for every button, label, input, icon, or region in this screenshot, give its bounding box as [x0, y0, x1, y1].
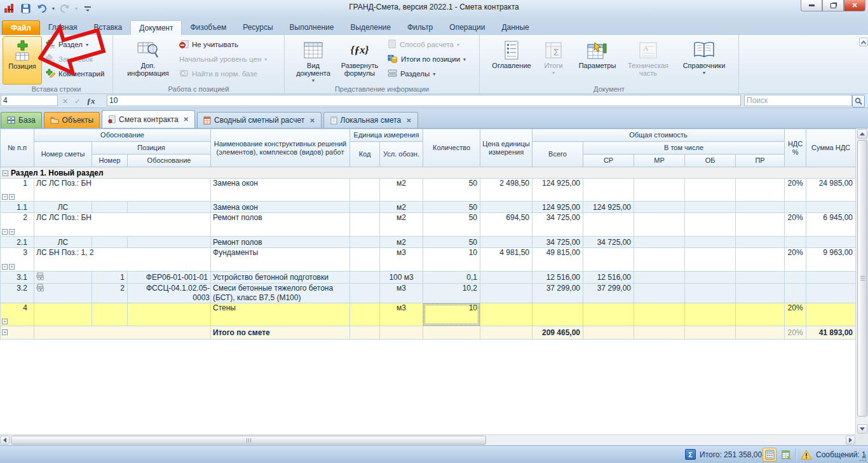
cell-usl[interactable]: м2 [380, 237, 423, 248]
table-row[interactable]: 1.1 ЛС Замена окон м2 50 124 925,00 124 … [1, 202, 856, 213]
expand-row-icon[interactable]: + [9, 264, 15, 270]
table-row[interactable]: 3.1 1 ФЕР06-01-001-01 Устройство бетонно… [1, 272, 856, 284]
table-row[interactable]: 1 −+ ЛС ЛС Поз.: БН Замена окон м2 50 2 … [1, 179, 856, 202]
resize-grip[interactable] [859, 454, 867, 462]
cell-total[interactable]: 12 516,00 [532, 272, 583, 284]
formula-input[interactable] [107, 95, 741, 106]
cell-usl[interactable]: м2 [380, 202, 423, 213]
cell-qty[interactable]: 50 [423, 213, 480, 237]
cell-qty[interactable]: 50 [423, 237, 480, 248]
cell-total[interactable]: 34 725,00 [532, 237, 583, 248]
tab-glavnaya[interactable]: Главная [40, 20, 86, 35]
cell-num[interactable]: 3.2 [1, 284, 34, 303]
cell-usl[interactable]: м3 [380, 248, 423, 272]
razdel-button[interactable]: Раздел ▾ [46, 39, 88, 50]
vertical-scroll-thumb[interactable] [857, 140, 867, 417]
cell-sr[interactable]: 12 516,00 [583, 272, 634, 284]
calculator-toggle-button[interactable] [763, 448, 776, 462]
razvernut-formuly-button[interactable]: {ƒx} Развернуть формулы [337, 36, 383, 85]
kommentariy-button[interactable]: Комментарий [46, 68, 104, 79]
cell-usl[interactable]: м2 [380, 179, 423, 202]
cell-total[interactable]: 34 725,00 [532, 213, 583, 237]
table-row[interactable]: 3.2 2 ФССЦ-04.1.02.05-0003 Смеси бетонны… [1, 284, 856, 303]
resource-sheet-button[interactable] [779, 448, 793, 462]
cell-snds[interactable]: 9 963,00 [806, 248, 855, 272]
cell-nds[interactable]: 20% [785, 213, 806, 237]
expand-row-icon[interactable]: + [9, 194, 15, 200]
table-row[interactable]: 2 −+ ЛС ЛС Поз.: БН Ремонт полов м2 50 6… [1, 213, 856, 237]
status-messages[interactable]: Сообщений: 1 [816, 450, 866, 459]
scroll-up-button[interactable] [857, 129, 867, 139]
cell-qty[interactable]: 10,2 [423, 284, 480, 303]
cell-num[interactable]: 1.1 [1, 202, 34, 213]
collapse-section-icon[interactable]: − [3, 170, 8, 176]
cell-name[interactable]: Ремонт полов [211, 237, 350, 248]
parametry-button[interactable]: Параметры [576, 36, 618, 85]
cell-num[interactable]: 4 + [1, 303, 34, 326]
close-button[interactable]: ✕ [844, 0, 865, 11]
collapse-row-icon[interactable]: − [2, 264, 8, 270]
cell-smeta[interactable] [34, 284, 92, 303]
spravochniki-button[interactable]: Справочники ▾ [678, 36, 730, 85]
cell-num[interactable]: 3.1 [1, 272, 34, 284]
cell-total[interactable]: 37 299,00 [532, 284, 583, 303]
tab-vypolnenie[interactable]: Выполнение [281, 20, 342, 35]
cell-qty[interactable]: 10 [423, 248, 480, 272]
tab-vydelenie[interactable]: Выделение [342, 20, 399, 35]
cell-usl[interactable]: м3 [380, 284, 423, 303]
vertical-scrollbar[interactable] [855, 128, 868, 434]
itogi-po-pozicii-button[interactable]: Итоги по позиции ▾ [388, 53, 466, 65]
cell-snds[interactable]: 24 985,00 [806, 179, 855, 202]
cell-sr[interactable]: 34 725,00 [583, 237, 634, 248]
tab-smeta-kontrakta[interactable]: Смета контракта ✕ [102, 110, 195, 128]
cell-price[interactable]: 2 498,50 [480, 179, 532, 202]
cell-obosn[interactable]: ЛС ЛС Поз.: БН [34, 213, 211, 237]
tab-dokument[interactable]: Документ [130, 20, 182, 35]
cell-nds[interactable]: 20% [785, 179, 806, 202]
cell-name[interactable]: Устройство бетонной подготовки [211, 272, 350, 284]
expand-row-icon[interactable]: + [9, 229, 15, 235]
tab-fizobem[interactable]: Физобъем [182, 20, 234, 35]
tab-filtr[interactable]: Фильтр [399, 20, 441, 35]
warning-icon[interactable] [799, 448, 813, 462]
cell-price[interactable]: 694,50 [480, 213, 532, 237]
restore-button[interactable] [822, 0, 844, 11]
cell-pos-obosn[interactable]: ФССЦ-04.1.02.05-0003 [128, 284, 211, 303]
expand-row-icon[interactable]: + [2, 319, 8, 324]
ne-uchityvat-button[interactable]: Не учитывать [179, 39, 238, 50]
cell-name[interactable]: Замена окон [211, 202, 350, 213]
cell-qty[interactable]: 50 [423, 202, 480, 213]
cell-name[interactable]: Фундаменты [211, 248, 350, 272]
tab-file[interactable]: Файл [2, 20, 40, 35]
tab-vstavka[interactable]: Вставка [86, 20, 131, 35]
cell-smeta[interactable] [34, 272, 92, 284]
cell-qty[interactable]: 50 [423, 179, 480, 202]
cell-usl[interactable]: м2 [380, 213, 423, 237]
tab-svodny-raschet-close-icon[interactable]: ✕ [309, 117, 315, 124]
tab-svodny-raschet[interactable]: Сводный сметный расчет ✕ [197, 112, 322, 128]
cell-name[interactable]: Ремонт полов [211, 213, 350, 237]
cell-pos-obosn[interactable]: ФЕР06-01-001-01 [128, 272, 211, 284]
minimize-button[interactable] [801, 0, 822, 11]
tab-obekty[interactable]: Объекты [44, 112, 100, 128]
cell-pos-num[interactable]: 2 [92, 284, 128, 303]
dop-info-button[interactable]: Доп. информация [125, 36, 172, 85]
section-row[interactable]: −Раздел 1. Новый раздел [1, 167, 856, 179]
tab-resursy[interactable]: Ресурсы [234, 20, 281, 35]
expand-row-icon[interactable]: + [2, 329, 8, 335]
tab-smeta-kontrakta-close-icon[interactable]: ✕ [184, 116, 189, 123]
search-button[interactable] [852, 95, 865, 107]
table-row-new[interactable]: 4 + Стены м3 10 20% [1, 303, 856, 326]
cell-price[interactable]: 4 981,50 [480, 248, 532, 272]
tab-baza[interactable]: База [1, 112, 42, 128]
table-row[interactable]: 3 −+ ЛС БН Поз.: 1, 2 Фундаменты м3 10 4… [1, 248, 856, 272]
cell-num[interactable]: 2.1 [1, 237, 34, 248]
table-row[interactable]: 2.1 ЛС Ремонт полов м2 50 34 725,00 34 7… [1, 237, 856, 248]
cell-sr[interactable]: 124 925,00 [583, 202, 634, 213]
cell-sr[interactable]: 37 299,00 [583, 284, 634, 303]
cell-kod[interactable] [350, 179, 380, 202]
cell-name[interactable]: Замена окон [211, 179, 350, 202]
grand-total-row[interactable]: + Итого по смете 209 465,00 20% 41 893,0… [1, 326, 856, 340]
scroll-right-button[interactable] [846, 436, 855, 445]
collapse-ribbon-button[interactable] [859, 38, 868, 46]
